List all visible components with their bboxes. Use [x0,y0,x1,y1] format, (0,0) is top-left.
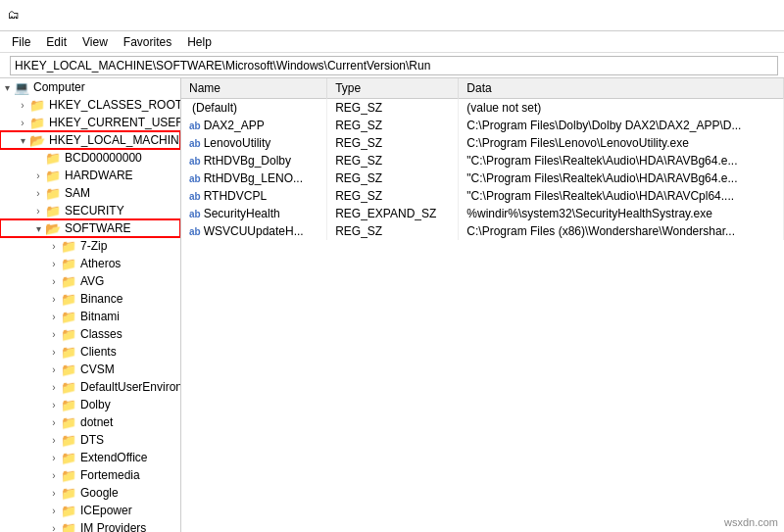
tree-label-dolby: Dolby [78,398,111,411]
tree-arrow-binance[interactable]: › [47,294,61,305]
menu-item-help[interactable]: Help [179,33,220,51]
close-button[interactable] [731,0,776,31]
col-type: Type [327,78,459,99]
tree-folder-icon-icepower: 📁 [61,504,76,518]
tree-arrow-google[interactable]: › [47,488,61,499]
tree-panel[interactable]: ▾💻Computer›📁HKEY_CLASSES_ROOT›📁HKEY_CURR… [0,78,181,532]
menu-item-view[interactable]: View [74,33,116,51]
cell-type: REG_SZ [327,152,459,169]
tree-folder-icon-dotnet: 📁 [61,415,76,430]
tree-item-hkcr[interactable]: ›📁HKEY_CLASSES_ROOT [0,96,180,114]
tree-arrow-hklm[interactable]: ▾ [16,135,29,146]
cell-type: REG_SZ [327,222,459,240]
right-panel[interactable]: Name Type Data (Default)REG_SZ(value not… [181,78,784,532]
tree-arrow-hardware[interactable]: › [31,170,45,181]
minimize-button[interactable] [641,0,686,31]
tree-arrow-hkcu[interactable]: › [16,118,29,128]
table-row[interactable]: abRtHDVBg_DolbyREG_SZ"C:\Program Files\R… [181,152,784,169]
tree-item-sam[interactable]: ›📁SAM [0,184,180,202]
tree-folder-icon-improv: 📁 [61,521,76,533]
cell-name: abRTHDVCPL [181,187,327,205]
tree-arrow-dolby[interactable]: › [47,400,61,411]
tree-item-defaultuser[interactable]: ›📁DefaultUserEnvironn [0,378,180,396]
tree-item-software[interactable]: ▾📂SOFTWARE [0,219,180,237]
table-row[interactable]: abWSVCUUpdateH...REG_SZC:\Program Files … [181,222,784,240]
tree-arrow-hkcr[interactable]: › [16,100,29,111]
tree-arrow-atheros[interactable]: › [47,259,61,269]
tree-item-computer[interactable]: ▾💻Computer [0,78,180,96]
tree-arrow-computer[interactable]: ▾ [0,82,14,93]
col-data: Data [459,78,784,99]
cell-name: abRtHDVBg_LENO... [181,169,327,187]
address-input[interactable] [10,56,778,75]
tree-item-avg[interactable]: ›📁AVG [0,272,180,290]
tree-arrow-sam[interactable]: › [31,188,45,199]
tree-item-security[interactable]: ›📁SECURITY [0,202,180,219]
tree-item-binance[interactable]: ›📁Binance [0,290,180,308]
table-row[interactable]: (Default)REG_SZ(value not set) [181,99,784,117]
tree-arrow-improv[interactable]: › [47,523,61,533]
maximize-button[interactable] [686,0,731,31]
cell-data: "C:\Program Files\Realtek\Audio\HDA\RAVB… [459,152,784,169]
tree-label-extendoffice: ExtendOffice [78,451,147,464]
tree-item-extendoffice[interactable]: ›📁ExtendOffice [0,449,180,466]
tree-label-bcd: BCD00000000 [63,151,142,165]
tree-item-improv[interactable]: ›📁IM Providers [0,519,180,532]
tree-item-atheros[interactable]: ›📁Atheros [0,255,180,272]
reg-value-icon: ab [189,173,201,184]
tree-item-icepower[interactable]: ›📁ICEpower [0,502,180,519]
tree-label-hklm: HKEY_LOCAL_MACHINE [47,133,181,147]
tree-item-bcd[interactable]: 📁BCD00000000 [0,149,180,167]
tree-arrow-defaultuser[interactable]: › [47,382,61,393]
tree-arrow-fortemedia[interactable]: › [47,470,61,481]
tree-item-7zip[interactable]: ›📁7-Zip [0,237,180,255]
tree-folder-icon-hkcu: 📁 [29,116,45,130]
menu-item-file[interactable]: File [4,33,38,51]
tree-arrow-icepower[interactable]: › [47,506,61,516]
tree-label-classes: Classes [78,327,122,341]
tree-folder-icon-extendoffice: 📁 [61,451,76,465]
tree-arrow-software[interactable]: ▾ [31,223,45,234]
table-row[interactable]: abRTHDVCPLREG_SZ"C:\Program Files\Realte… [181,187,784,205]
tree-arrow-bitnami[interactable]: › [47,312,61,322]
tree-arrow-clients[interactable]: › [47,347,61,358]
tree-item-fortemedia[interactable]: ›📁Fortemedia [0,466,180,484]
menu-item-edit[interactable]: Edit [38,33,74,51]
tree-item-bitnami[interactable]: ›📁Bitnami [0,308,180,325]
tree-folder-icon-atheros: 📁 [61,257,76,271]
tree-arrow-classes[interactable]: › [47,329,61,340]
tree-item-google[interactable]: ›📁Google [0,484,180,502]
table-row[interactable]: abDAX2_APPREG_SZC:\Program Files\Dolby\D… [181,117,784,134]
reg-value-icon: ab [189,209,201,219]
cell-name: (Default) [181,99,327,117]
menu-bar: FileEditViewFavoritesHelp [0,31,784,53]
tree-folder-icon-clients: 📁 [61,345,76,360]
tree-folder-icon-avg: 📁 [61,274,76,289]
tree-item-classes[interactable]: ›📁Classes [0,325,180,343]
reg-value-icon: ab [189,156,201,167]
tree-item-hardware[interactable]: ›📁HARDWARE [0,167,180,184]
tree-item-clients[interactable]: ›📁Clients [0,343,180,361]
tree-arrow-avg[interactable]: › [47,276,61,287]
tree-arrow-7zip[interactable]: › [47,241,61,252]
tree-arrow-dts[interactable]: › [47,435,61,446]
tree-folder-icon-software: 📂 [45,221,61,236]
tree-item-dolby[interactable]: ›📁Dolby [0,396,180,413]
table-row[interactable]: abRtHDVBg_LENO...REG_SZ"C:\Program Files… [181,169,784,187]
tree-item-dotnet[interactable]: ›📁dotnet [0,413,180,431]
tree-item-hkcu[interactable]: ›📁HKEY_CURRENT_USER [0,114,180,131]
tree-arrow-extendoffice[interactable]: › [47,453,61,463]
tree-label-improv: IM Providers [78,521,146,532]
table-row[interactable]: abSecurityHealthREG_EXPAND_SZ%windir%\sy… [181,205,784,222]
menu-item-favorites[interactable]: Favorites [116,33,179,51]
table-row[interactable]: abLenovoUtilityREG_SZC:\Program Files\Le… [181,134,784,152]
tree-arrow-cvsm[interactable]: › [47,364,61,375]
tree-item-hklm[interactable]: ▾📂HKEY_LOCAL_MACHINE [0,131,180,149]
tree-arrow-security[interactable]: › [31,206,45,217]
tree-item-cvsm[interactable]: ›📁CVSM [0,361,180,378]
tree-label-google: Google [78,486,119,500]
tree-folder-icon-hardware: 📁 [45,169,61,183]
tree-arrow-dotnet[interactable]: › [47,417,61,428]
tree-item-dts[interactable]: ›📁DTS [0,431,180,449]
cell-data: C:\Program Files\Dolby\Dolby DAX2\DAX2_A… [459,117,784,134]
